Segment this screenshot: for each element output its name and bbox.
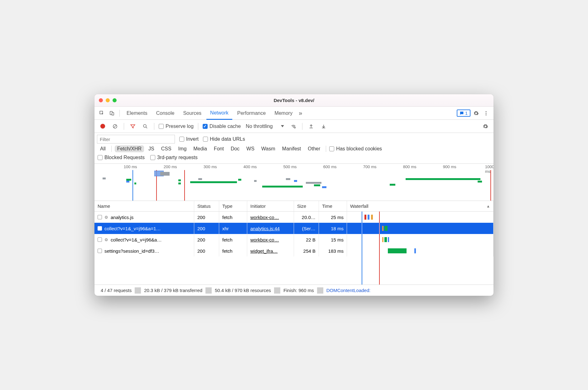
status-requests: 4 / 47 requests — [98, 288, 135, 293]
invert-checkbox[interactable]: Invert — [179, 136, 199, 142]
col-name[interactable]: Name — [94, 201, 194, 211]
chevron-down-icon — [281, 125, 284, 127]
col-time[interactable]: Time — [319, 201, 347, 211]
zoom-button[interactable] — [113, 98, 117, 102]
inspect-icon[interactable] — [98, 109, 106, 118]
traffic-lights — [99, 98, 117, 102]
kebab-menu-icon[interactable] — [482, 109, 490, 118]
requests-table: Name Status Type Initiator Size Time Wat… — [94, 201, 494, 285]
svg-point-7 — [143, 124, 146, 127]
hide-data-urls-checkbox[interactable]: Hide data URLs — [203, 136, 245, 142]
col-status[interactable]: Status — [194, 201, 219, 211]
svg-line-6 — [114, 125, 117, 128]
separator — [119, 110, 120, 117]
record-button[interactable] — [98, 122, 107, 131]
filter-bar: Invert Hide data URLs — [94, 133, 494, 144]
row-checkbox[interactable] — [98, 237, 102, 242]
tab-console[interactable]: Console — [152, 107, 178, 119]
more-tabs-icon[interactable]: » — [297, 110, 303, 117]
blocked-requests-checkbox[interactable]: Blocked Requests — [98, 155, 145, 160]
svg-rect-1 — [112, 112, 114, 115]
filter-icon[interactable] — [128, 122, 137, 131]
third-party-checkbox[interactable]: 3rd-party requests — [150, 155, 198, 160]
status-bar: 4 / 47 requests 20.3 kB / 379 kB transfe… — [94, 285, 494, 296]
chip-media[interactable]: Media — [191, 145, 210, 152]
minimize-button[interactable] — [106, 98, 110, 102]
import-har-icon[interactable] — [307, 122, 316, 131]
waterfall-cell — [347, 223, 494, 234]
main-tabbar: Elements Console Sources Network Perform… — [94, 107, 494, 120]
status-transferred: 20.3 kB / 379 kB transferred — [141, 288, 205, 293]
clear-icon[interactable] — [111, 122, 119, 131]
col-waterfall[interactable]: Waterfall▲ — [347, 201, 494, 211]
chip-ws[interactable]: WS — [244, 145, 257, 152]
svg-point-2 — [486, 111, 487, 112]
gear-icon: ⚙ — [104, 215, 108, 220]
resource-type-filter: All Fetch/XHR JS CSS Img Media Font Doc … — [94, 144, 494, 155]
status-finish: Finish: 960 ms — [280, 288, 317, 293]
window-title: DevTools - v8.dev/ — [94, 98, 494, 103]
chip-css[interactable]: CSS — [159, 145, 174, 152]
tab-memory[interactable]: Memory — [271, 107, 296, 119]
svg-point-3 — [486, 113, 487, 114]
status-domcontentloaded: DOMContentLoaded: — [323, 288, 374, 293]
waterfall-cell — [347, 245, 494, 256]
gear-icon: ⚙ — [104, 237, 108, 242]
initiator-link[interactable]: workbox-co… — [250, 237, 279, 242]
chip-font[interactable]: Font — [211, 145, 226, 152]
close-button[interactable] — [99, 98, 103, 102]
tab-network[interactable]: Network — [206, 107, 232, 120]
waterfall-cell — [347, 234, 494, 245]
svg-line-8 — [146, 127, 147, 128]
has-blocked-cookies-checkbox[interactable]: Has blocked cookies — [329, 146, 382, 152]
chip-all[interactable]: All — [98, 145, 108, 152]
col-size[interactable]: Size — [294, 201, 319, 211]
table-row[interactable]: collect?v=1&_v=j96&a=1… 200 xhr analytic… — [94, 223, 494, 234]
throttling-select[interactable]: No throttling — [244, 123, 285, 130]
network-settings-icon[interactable] — [481, 122, 490, 131]
preserve-log-checkbox[interactable]: Preserve log — [159, 124, 194, 129]
disable-cache-checkbox[interactable]: Disable cache — [203, 124, 241, 129]
timeline-ticks: 100 ms 200 ms 300 ms 400 ms 500 ms 600 m… — [94, 164, 494, 170]
titlebar: DevTools - v8.dev/ — [94, 94, 494, 107]
network-toolbar: Preserve log Disable cache No throttling — [94, 120, 494, 133]
col-type[interactable]: Type — [219, 201, 247, 211]
tab-performance[interactable]: Performance — [234, 107, 270, 119]
initiator-link[interactable]: workbox-co… — [250, 215, 279, 220]
svg-point-4 — [486, 114, 487, 115]
chip-doc[interactable]: Doc — [228, 145, 242, 152]
row-checkbox[interactable] — [98, 249, 102, 253]
export-har-icon[interactable] — [319, 122, 328, 131]
search-icon[interactable] — [141, 122, 150, 131]
resource-type-filter-2: Blocked Requests 3rd-party requests — [94, 155, 494, 163]
chip-img[interactable]: Img — [176, 145, 189, 152]
chip-manifest[interactable]: Manifest — [280, 145, 303, 152]
settings-icon[interactable] — [472, 109, 480, 118]
table-header[interactable]: Name Status Type Initiator Size Time Wat… — [94, 201, 494, 212]
issues-count: 1 — [465, 110, 468, 116]
timeline-overview[interactable]: 100 ms 200 ms 300 ms 400 ms 500 ms 600 m… — [94, 163, 494, 201]
row-checkbox[interactable] — [98, 226, 102, 231]
initiator-link[interactable]: analytics.js:44 — [250, 226, 280, 231]
table-row[interactable]: ⚙analytics.js 200 fetch workbox-co… 20.0… — [94, 212, 494, 223]
row-checkbox[interactable] — [98, 215, 102, 219]
tab-elements[interactable]: Elements — [123, 107, 151, 119]
col-initiator[interactable]: Initiator — [247, 201, 294, 211]
table-empty-area — [94, 256, 494, 285]
tab-sources[interactable]: Sources — [179, 107, 205, 119]
network-conditions-icon[interactable] — [289, 122, 298, 131]
table-row[interactable]: settings?session_id=df3… 200 fetch widge… — [94, 245, 494, 256]
table-row[interactable]: ⚙collect?v=1&_v=j96&a… 200 fetch workbox… — [94, 234, 494, 245]
status-resources: 50.4 kB / 970 kB resources — [212, 288, 274, 293]
chip-other[interactable]: Other — [305, 145, 323, 152]
chip-fetch-xhr[interactable]: Fetch/XHR — [115, 145, 144, 152]
issues-button[interactable]: 1 — [457, 110, 470, 117]
devtools-window: DevTools - v8.dev/ Elements Console Sour… — [94, 94, 494, 296]
filter-input[interactable] — [97, 135, 175, 144]
chip-wasm[interactable]: Wasm — [259, 145, 278, 152]
initiator-link[interactable]: widget_ifra… — [250, 248, 278, 254]
waterfall-cell — [347, 212, 494, 223]
device-toggle-icon[interactable] — [108, 109, 116, 118]
chip-js[interactable]: JS — [146, 145, 157, 152]
